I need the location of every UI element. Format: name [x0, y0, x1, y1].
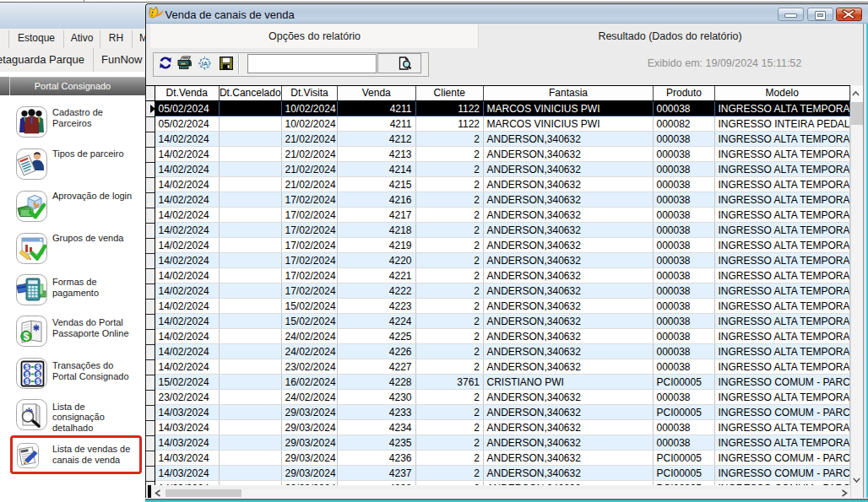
svg-text:$: $ [24, 331, 30, 343]
svg-text:$: $ [25, 377, 30, 386]
svg-text:IA: IA [202, 60, 209, 67]
svg-text:$: $ [36, 377, 41, 386]
